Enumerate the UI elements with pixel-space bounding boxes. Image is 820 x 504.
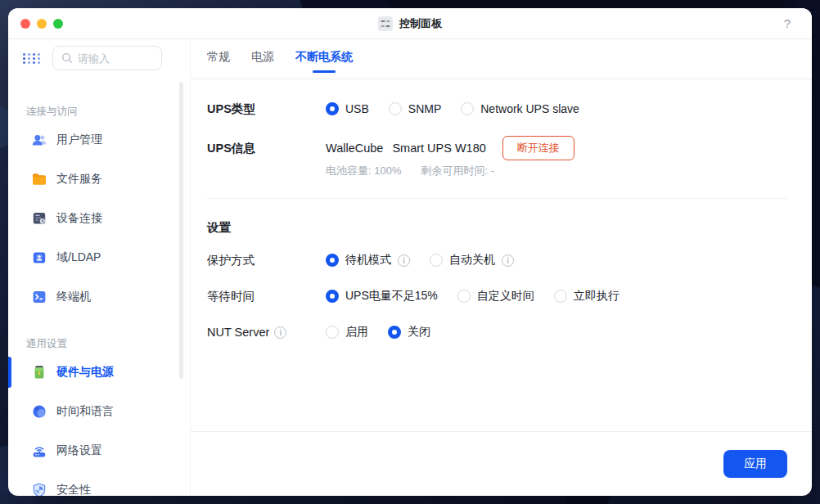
info-icon[interactable]: i	[398, 254, 410, 267]
control-panel-window: 控制面板 ? 连接与访问 用户管理	[8, 8, 812, 496]
radio-label: USB	[345, 102, 369, 115]
radio-label: 自动关机	[449, 253, 495, 268]
sidebar-scrollbar[interactable]	[179, 82, 183, 379]
user-icon	[31, 132, 47, 148]
radio-standby-mode[interactable]: 待机模式 i	[326, 253, 410, 268]
info-icon[interactable]: i	[502, 254, 514, 267]
radio-custom-time[interactable]: 自定义时间	[457, 289, 534, 304]
radio-snmp[interactable]: SNMP	[389, 102, 441, 115]
radio-nut-enable[interactable]: 启用	[326, 325, 368, 340]
tab-general[interactable]: 常规	[207, 50, 230, 79]
apply-button[interactable]: 应用	[723, 450, 787, 478]
search-box[interactable]	[52, 46, 162, 70]
radio-circle	[430, 254, 443, 267]
radio-usb[interactable]: USB	[326, 102, 369, 115]
sidebar-item-label: 文件服务	[56, 172, 102, 187]
protection-mode-label: 保护方式	[207, 253, 326, 268]
sidebar-item-security[interactable]: 安全性	[8, 470, 190, 496]
radio-circle	[326, 254, 339, 267]
sidebar-item-network-settings[interactable]: 网络设置	[8, 431, 190, 470]
titlebar: 控制面板 ?	[8, 8, 812, 39]
ups-info-label: UPS信息	[207, 136, 326, 160]
disconnect-button[interactable]: 断开连接	[502, 136, 574, 160]
radio-circle	[388, 326, 401, 339]
sidebar-item-label: 终端机	[56, 290, 91, 304]
sidebar: 连接与访问 用户管理 文件服务 设备连接	[8, 39, 190, 496]
radio-circle	[461, 102, 474, 115]
sidebar-section-header: 通用设置	[26, 337, 190, 351]
radio-circle	[326, 326, 339, 339]
sidebar-item-device-connection[interactable]: 设备连接	[8, 199, 190, 238]
radio-circle	[457, 290, 471, 303]
radio-circle	[554, 290, 567, 303]
tab-power[interactable]: 电源	[251, 50, 274, 79]
radio-nut-disable[interactable]: 关闭	[388, 325, 430, 340]
apps-grid-icon[interactable]	[23, 53, 40, 64]
folder-icon	[31, 171, 47, 187]
radio-network-ups-slave[interactable]: Network UPS slave	[461, 102, 579, 115]
radio-label: 自定义时间	[477, 289, 534, 304]
minimize-window-button[interactable]	[37, 19, 47, 29]
sidebar-item-label: 设备连接	[56, 211, 102, 226]
radio-label: SNMP	[408, 102, 441, 115]
sidebar-item-file-services[interactable]: 文件服务	[8, 160, 190, 199]
sidebar-item-label: 网络设置	[56, 443, 102, 458]
traffic-lights	[20, 19, 63, 29]
network-icon	[31, 443, 47, 459]
close-window-button[interactable]	[20, 19, 30, 29]
help-button[interactable]: ?	[784, 16, 791, 30]
wait-time-label: 等待时间	[207, 289, 326, 304]
window-title: 控制面板	[399, 16, 442, 31]
battery-icon	[31, 364, 47, 380]
radio-label: Network UPS slave	[480, 102, 579, 115]
sidebar-item-label: 时间和语言	[56, 404, 114, 419]
ups-type-row: UPS类型 USB SNMP Network UPS slave	[207, 101, 812, 117]
security-shield-icon	[31, 482, 47, 496]
device-icon	[31, 210, 47, 227]
tab-ups[interactable]: 不断电系统	[295, 50, 353, 79]
sidebar-item-terminal[interactable]: 终端机	[8, 277, 190, 317]
radio-auto-shutdown[interactable]: 自动关机 i	[430, 253, 514, 268]
wait-time-row: 等待时间 UPS电量不足15% 自定义时间 立即执行	[207, 288, 812, 304]
ups-model: Smart UPS W180	[392, 142, 485, 155]
radio-circle	[326, 290, 339, 303]
radio-circle	[389, 102, 402, 115]
radio-execute-immediately[interactable]: 立即执行	[554, 289, 620, 304]
search-input[interactable]	[78, 52, 148, 65]
sidebar-item-domain-ldap[interactable]: 域/LDAP	[8, 238, 190, 277]
radio-ups-below-15[interactable]: UPS电量不足15%	[326, 289, 438, 304]
sidebar-section-header: 连接与访问	[26, 105, 190, 119]
radio-label: 待机模式	[345, 253, 391, 268]
nut-server-label-text: NUT Server	[207, 326, 269, 339]
radio-label: 启用	[345, 325, 368, 340]
protection-mode-row: 保护方式 待机模式 i 自动关机 i	[207, 252, 812, 268]
ups-type-label: UPS类型	[207, 101, 326, 117]
time-language-icon	[31, 403, 47, 420]
battery-capacity-text: 电池容量: 100%	[326, 164, 401, 178]
radio-label: 关闭	[408, 325, 430, 340]
sidebar-item-time-language[interactable]: 时间和语言	[8, 392, 190, 431]
sidebar-item-label: 域/LDAP	[56, 250, 101, 265]
section-divider	[207, 198, 787, 199]
radio-label: 立即执行	[574, 289, 620, 304]
zoom-window-button[interactable]	[53, 19, 63, 29]
radio-label: UPS电量不足15%	[345, 289, 438, 304]
ups-info-row: UPS信息 WalleCube Smart UPS W180 断开连接 电池容量…	[207, 136, 812, 178]
radio-circle	[326, 102, 339, 115]
nut-server-label: NUT Server i	[207, 326, 326, 339]
info-icon[interactable]: i	[274, 326, 286, 339]
content-panel: 常规 电源 不断电系统 UPS类型 USB SNMP	[190, 39, 812, 496]
ups-vendor: WalleCube	[326, 142, 383, 155]
ups-form: UPS类型 USB SNMP Network UPS slave	[191, 79, 812, 431]
ldap-icon	[31, 250, 47, 266]
sidebar-item-label: 安全性	[56, 483, 91, 496]
settings-header: 设置	[207, 220, 812, 236]
terminal-icon	[31, 289, 47, 305]
sidebar-item-label: 用户管理	[56, 133, 102, 147]
sidebar-item-hardware-power[interactable]: 硬件与电源	[8, 353, 190, 392]
window-title-group: 控制面板	[378, 16, 442, 31]
nut-server-row: NUT Server i 启用 关闭	[207, 324, 812, 340]
search-icon	[61, 52, 73, 64]
sidebar-item-user-management[interactable]: 用户管理	[8, 120, 190, 160]
tab-bar: 常规 电源 不断电系统	[191, 39, 812, 79]
